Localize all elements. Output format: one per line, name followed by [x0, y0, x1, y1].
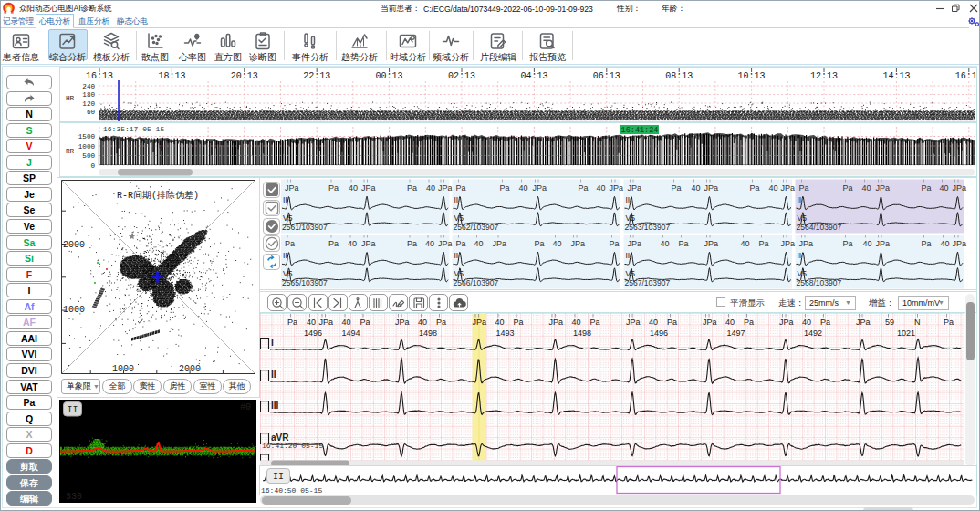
svg-text:16:41:20 05-15: 16:41:20 05-15 [262, 442, 323, 450]
svg-text:1021: 1021 [897, 328, 915, 338]
svg-text:60: 60 [87, 109, 96, 116]
svg-text:JPa: JPa [704, 239, 719, 248]
svg-text:Pa: Pa [500, 183, 510, 193]
svg-text:JPa: JPa [953, 239, 967, 248]
svg-text:40: 40 [692, 183, 701, 193]
svg-text:1497: 1497 [727, 328, 745, 338]
svg-text:JPa: JPa [626, 318, 641, 327]
svg-text:II: II [454, 195, 459, 204]
svg-text:Pa: Pa [456, 183, 466, 193]
svg-text:40: 40 [307, 318, 316, 327]
svg-text:JPa: JPa [628, 183, 642, 193]
svg-text:Pa: Pa [407, 239, 417, 248]
svg-text:Pa: Pa [679, 239, 689, 248]
svg-text:Pa: Pa [535, 239, 545, 248]
svg-text:Pa: Pa [672, 183, 682, 193]
svg-text:1496: 1496 [304, 328, 322, 338]
svg-text:2000: 2000 [179, 364, 201, 374]
svg-text:II: II [67, 405, 78, 415]
svg-text:JPa: JPa [953, 183, 967, 193]
svg-text:40: 40 [495, 318, 505, 327]
svg-text:22:13: 22:13 [303, 71, 330, 81]
svg-text:JPa: JPa [549, 318, 564, 327]
svg-text:16:41:24: 16:41:24 [621, 126, 659, 135]
svg-text:240: 240 [82, 83, 95, 90]
svg-text:1492: 1492 [804, 328, 822, 338]
svg-text:02:13: 02:13 [448, 71, 475, 81]
svg-text:1494: 1494 [342, 328, 360, 338]
svg-text:II: II [798, 195, 802, 204]
svg-text:2564/103907: 2564/103907 [797, 223, 842, 232]
svg-text:40: 40 [425, 239, 434, 248]
svg-text:JPa: JPa [438, 183, 453, 193]
svg-text:59: 59 [885, 318, 894, 327]
svg-text:RR: RR [66, 148, 75, 155]
svg-text:2567/103907: 2567/103907 [625, 278, 671, 287]
svg-text:Pa: Pa [744, 318, 754, 327]
svg-text:II: II [454, 251, 459, 260]
svg-text:40: 40 [342, 318, 351, 327]
svg-text:JPa: JPa [628, 239, 642, 248]
svg-text:1498: 1498 [573, 328, 591, 338]
svg-text:04:13: 04:13 [520, 71, 547, 81]
svg-text:JPa: JPa [876, 239, 891, 248]
svg-text:16:13: 16:13 [955, 71, 976, 81]
svg-text:1500: 1500 [78, 133, 96, 141]
svg-text:06:13: 06:13 [593, 71, 620, 81]
svg-text:Pa: Pa [922, 239, 932, 248]
svg-text:00:13: 00:13 [376, 71, 403, 81]
svg-text:Pa: Pa [922, 183, 932, 193]
svg-text:JPa: JPa [285, 183, 299, 193]
svg-text:40: 40 [862, 183, 871, 193]
svg-text:1498: 1498 [419, 328, 437, 338]
svg-text:40: 40 [940, 183, 949, 193]
svg-text:Pa: Pa [328, 183, 339, 193]
svg-text:II: II [626, 251, 631, 260]
svg-text:JPa: JPa [319, 318, 334, 327]
svg-text:JPa: JPa [779, 318, 794, 327]
svg-text:14:13: 14:13 [882, 71, 910, 81]
svg-text:1000: 1000 [112, 364, 134, 374]
svg-text:40: 40 [474, 239, 484, 248]
svg-text:II: II [626, 195, 631, 204]
svg-text:Pa: Pa [799, 183, 809, 193]
svg-text:II: II [283, 251, 287, 260]
svg-text:40: 40 [572, 318, 581, 327]
svg-text:II: II [283, 195, 287, 204]
svg-text:R-R间期(排除伪差): R-R间期(排除伪差) [117, 190, 199, 201]
svg-text:Pa: Pa [285, 239, 295, 248]
svg-text:Pa: Pa [759, 239, 769, 248]
svg-text:JPa: JPa [473, 318, 487, 327]
svg-text:40: 40 [649, 318, 658, 327]
svg-text:2563/103907: 2563/103907 [625, 223, 671, 232]
svg-text:Pa: Pa [328, 239, 339, 248]
svg-text:40: 40 [418, 318, 427, 327]
svg-text:Pa: Pa [287, 318, 297, 327]
svg-text:Pa: Pa [843, 239, 853, 248]
svg-text:JPa: JPa [571, 239, 586, 248]
svg-text:120: 120 [82, 100, 95, 108]
svg-text:20:13: 20:13 [231, 71, 258, 81]
svg-text:JPa: JPa [781, 183, 796, 193]
svg-text:0: 0 [90, 162, 95, 170]
svg-text:Pa: Pa [843, 183, 853, 193]
svg-text:12:13: 12:13 [810, 71, 838, 81]
svg-text:Pa: Pa [590, 318, 600, 327]
svg-text:JPa: JPa [799, 239, 814, 248]
svg-text:1000: 1000 [63, 305, 85, 315]
svg-text:40: 40 [941, 239, 950, 248]
svg-text:40: 40 [597, 183, 606, 193]
svg-text:Pa: Pa [750, 183, 760, 193]
svg-text:III: III [271, 401, 279, 411]
svg-text:1000: 1000 [78, 143, 96, 151]
svg-text:JPa: JPa [361, 239, 376, 248]
svg-text:10:13: 10:13 [738, 71, 766, 81]
svg-text:II: II [798, 251, 802, 260]
svg-text:40: 40 [426, 183, 435, 193]
svg-text:40: 40 [348, 239, 357, 248]
svg-text:HR: HR [66, 95, 75, 102]
svg-text:330: 330 [66, 492, 82, 502]
svg-text:Pa: Pa [667, 318, 677, 327]
svg-text:2568/103907: 2568/103907 [797, 278, 842, 287]
svg-text:Pa: Pa [944, 318, 954, 327]
